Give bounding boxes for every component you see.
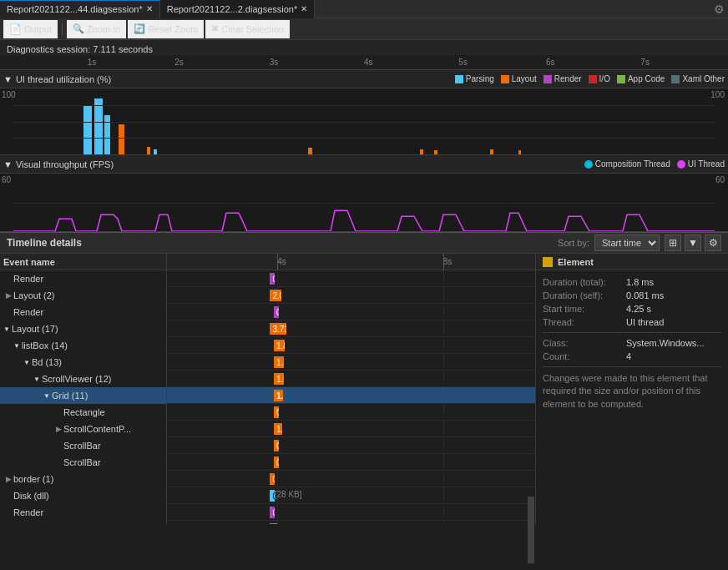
event-expand-bd[interactable]: ▼: [23, 359, 30, 366]
gantt-row-scrollbar2[interactable]: 0.0056 ms: [167, 454, 535, 471]
gantt-row-scrollviewer[interactable]: 1.84 ms (0.039 ms): [167, 371, 535, 387]
diag-info: Diagnostics session: 7.111 seconds: [0, 40, 728, 55]
gantt-row-rectangle[interactable]: 0.0052 ms: [167, 404, 535, 421]
gantt-tick-4s: [277, 254, 278, 270]
zoom-in-label: Zoom In: [87, 24, 120, 34]
event-row-border[interactable]: ▶ border (1): [0, 471, 166, 487]
gantt-scrollbar[interactable]: [526, 497, 536, 563]
clear-selection-icon: ✖: [211, 23, 219, 34]
tab-report1[interactable]: Report2021122...44.diagsession* ✕: [0, 0, 160, 18]
toolbar: 📄 Output 🔍 Zoom In 🔄 Reset Zoom ✖ Clear …: [0, 18, 728, 40]
settings-icon-button[interactable]: ⚙: [705, 235, 721, 251]
tab-report1-close[interactable]: ✕: [146, 0, 153, 18]
ui-bar-5: [147, 147, 150, 154]
filter-icon-button[interactable]: ▼: [685, 235, 701, 251]
tab-report2-close[interactable]: ✕: [301, 0, 307, 18]
gantt-row-render3[interactable]: 0.13 ms: [167, 504, 535, 521]
event-row-layout2[interactable]: ▶ Layout (2): [0, 287, 166, 304]
event-row-render1[interactable]: Render: [0, 270, 166, 287]
gantt-panel: 4s 8s 0.54 ms: [167, 254, 536, 524]
gantt-row-layout2[interactable]: 2.02 ms (1.73 ms): [167, 287, 535, 304]
gantt-tick-8s: [443, 254, 444, 270]
event-expand-scrollbar1[interactable]: [53, 441, 63, 451]
event-expand-grid[interactable]: ▼: [43, 392, 50, 400]
event-row-scrollbar2[interactable]: ScrollBar: [0, 454, 166, 471]
gantt-row-disk[interactable]: 0.17 ms [28 KB]: [167, 487, 535, 504]
gantt-scrollbar-thumb[interactable]: [528, 497, 534, 563]
event-expand-scrollbar2[interactable]: [53, 457, 63, 467]
clear-selection-button[interactable]: ✖ Clear Selection: [205, 20, 290, 38]
event-expand-layout17[interactable]: ▼: [3, 325, 10, 333]
event-row-scrollbar1[interactable]: ScrollBar: [0, 437, 166, 454]
event-expand-layout2[interactable]: ▶: [3, 290, 13, 300]
tab-report2[interactable]: Report2021122...2.diagsession* ✕: [160, 0, 316, 18]
event-expand-scrollviewer[interactable]: ▼: [33, 376, 40, 383]
event-expand-rectangle[interactable]: [53, 407, 63, 417]
gantt-row-scrollcontentp[interactable]: 1.7 ms (0.051 ms): [167, 421, 535, 437]
fps-collapse-icon[interactable]: ▼: [3, 159, 13, 169]
gantt-bar-scrollbar1: 0.012 ms: [274, 440, 279, 451]
gantt-row-render2[interactable]: 0.24 ms: [167, 304, 535, 320]
legend-appcode-label: App Code: [628, 74, 665, 83]
reset-zoom-button[interactable]: 🔄 Reset Zoom: [128, 20, 204, 38]
event-row-disk[interactable]: Disk (dll): [0, 487, 166, 504]
event-row-scrollviewer[interactable]: ▼ ScrollViewer (12): [0, 371, 166, 387]
event-row-layout2b[interactable]: ▶ Layout (2): [0, 521, 166, 524]
gantt-bar-scrollbar2: 0.0056 ms: [274, 457, 279, 468]
ui-thread-collapse-icon[interactable]: ▼: [3, 74, 13, 84]
event-expand-disk[interactable]: [3, 491, 13, 501]
ruler-tick-2s: 2s: [174, 58, 184, 67]
event-expand-render1[interactable]: [3, 274, 13, 284]
gantt-bar-layout2b: 0.37 ms (0.28 ms): [270, 523, 277, 524]
event-row-bd[interactable]: ▼ Bd (13): [0, 354, 166, 371]
legend-xamlother: Xaml Other: [671, 74, 725, 83]
event-name-render3: Render: [13, 507, 43, 517]
ruler-tick-3s: 3s: [270, 58, 279, 67]
output-button[interactable]: 📄 Output: [3, 20, 58, 38]
legend-ui-thread-color: [677, 160, 685, 169]
event-row-layout17[interactable]: ▼ Layout (17): [0, 320, 166, 337]
gantt-bar-scrollviewer-label: 1.84 ms (0.039 ms): [276, 375, 284, 384]
event-expand-render3[interactable]: [3, 507, 13, 517]
sort-select[interactable]: Start time Duration Name: [594, 235, 660, 251]
detail-val-class: System.Windows...: [626, 338, 705, 348]
gantt-row-scrollbar1[interactable]: 0.012 ms: [167, 437, 535, 454]
timeline-header: Timeline details Sort by: Start time Dur…: [0, 232, 728, 254]
event-row-grid[interactable]: ▼ Grid (11): [0, 387, 166, 404]
group-icon-button[interactable]: ⊞: [665, 235, 681, 251]
gantt-row-layout17[interactable]: 3.71 ms (1.73 ms): [167, 320, 535, 337]
gantt-row-border[interactable]: 0.089 ms (0.087 ms): [167, 471, 535, 487]
detail-title: Element: [558, 257, 594, 267]
event-expand-scrollcontentp[interactable]: ▶: [53, 424, 63, 434]
legend-composition-color: [584, 160, 593, 169]
grid-line-75: [13, 105, 715, 106]
legend-parsing-label: Parsing: [466, 74, 494, 83]
gantt-row-listbox[interactable]: 1.88 ms (0.023 ms): [167, 337, 535, 354]
event-expand-listbox[interactable]: ▼: [13, 342, 20, 350]
detail-note: Changes were made to this element that r…: [543, 372, 721, 411]
gantt-bar-grid: 1.8 ms (0.081 ms): [274, 390, 283, 401]
tab-bar: Report2021122...44.diagsession* ✕ Report…: [0, 0, 728, 18]
event-row-render3[interactable]: Render: [0, 504, 166, 521]
event-row-rectangle[interactable]: Rectangle: [0, 404, 166, 421]
timeline-section: Timeline details Sort by: Start time Dur…: [0, 232, 728, 524]
settings-icon[interactable]: ⚙: [714, 3, 725, 16]
event-row-listbox[interactable]: ▼ listBox (14): [0, 337, 166, 354]
zoom-in-button[interactable]: 🔍 Zoom In: [67, 20, 126, 38]
gantt-row-bd[interactable]: 1.86 ms (0.023 ms): [167, 354, 535, 371]
gantt-row-layout2b[interactable]: 0.37 ms (0.28 ms): [167, 521, 535, 524]
gantt-row-grid[interactable]: 1.8 ms (0.081 ms): [167, 387, 535, 404]
event-name-bd: Bd (13): [32, 357, 62, 367]
ui-bar-7: [308, 148, 312, 154]
gantt-bar-bd-label: 1.86 ms (0.023 ms): [276, 358, 284, 367]
event-row-scrollcontentp[interactable]: ▶ ScrollContentP...: [0, 421, 166, 437]
event-expand-render2[interactable]: [3, 307, 13, 317]
gantt-bar-scrollcontentp-label: 1.7 ms (0.051 ms): [276, 425, 282, 434]
gantt-bar-render1: 0.54 ms: [270, 273, 275, 285]
event-expand-border[interactable]: ▶: [3, 474, 13, 484]
detail-row-count: Count: 4: [543, 351, 721, 361]
gantt-bar-grid-label: 1.8 ms (0.081 ms): [276, 391, 283, 401]
gantt-row-render1[interactable]: 0.54 ms: [167, 270, 535, 287]
event-row-render2[interactable]: Render: [0, 304, 166, 320]
ruler-tick-5s: 5s: [458, 58, 468, 67]
